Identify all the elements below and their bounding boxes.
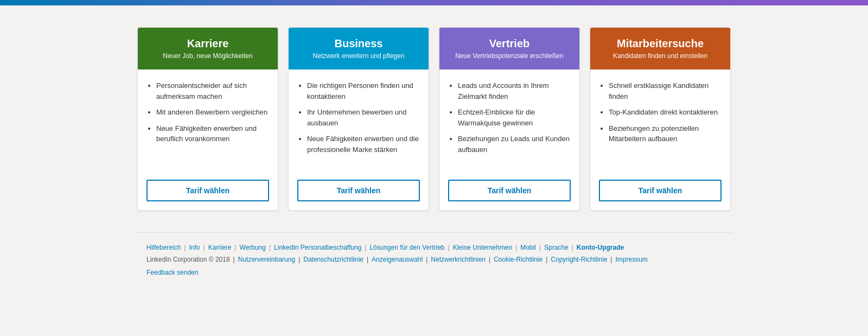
cards-container: KarriereNeuer Job, neue MöglichkeitenPer… [119, 27, 749, 211]
footer-separator: | [203, 244, 205, 251]
list-item: Beziehungen zu potenziellen Mitarbeitern… [609, 123, 722, 144]
list-item: Schnell erstklassige Kandidaten finden [609, 80, 722, 102]
footer-separator: | [546, 256, 547, 263]
footer-separator: | [269, 244, 271, 251]
footer-link2-cookie-richtlinie[interactable]: Cookie-Richtlinie [494, 256, 542, 263]
tarif-button-vertrieb[interactable]: Tarif wählen [448, 180, 571, 201]
footer-separator: | [539, 244, 541, 251]
card-body-mitarbeitersuche: Schnell erstklassige Kandidaten findenTo… [590, 69, 730, 171]
card-footer-karriere: Tarif wählen [138, 171, 278, 210]
footer-links-row1: Hilfebereich|Info|Karriere|Werbung|Linke… [146, 244, 722, 251]
footer-feedback: Feedback senden [146, 268, 722, 276]
footer-link2-impressum[interactable]: Impressum [615, 256, 647, 263]
footer-separator: | [448, 244, 450, 251]
card-subtitle-vertrieb: Neue Vertriebspotenziale erschließen [448, 52, 571, 60]
card-title-mitarbeitersuche: Mitarbeitersuche [599, 37, 722, 50]
card-subtitle-mitarbeitersuche: Kandidaten finden und einstellen [599, 52, 722, 60]
footer-link-karriere[interactable]: Karriere [208, 244, 232, 251]
list-item: Neue Fähigkeiten erwerben und beruflich … [156, 123, 269, 144]
card-vertrieb: VertriebNeue Vertriebspotenziale erschli… [439, 27, 580, 211]
main-content: KarriereNeuer Job, neue MöglichkeitenPer… [108, 27, 760, 211]
tarif-button-business[interactable]: Tarif wählen [297, 180, 420, 201]
top-banner [0, 0, 868, 5]
card-body-karriere: Personalentscheider auf sich aufmerksam … [138, 69, 278, 171]
card-body-business: Die richtigen Personen finden und kontak… [289, 69, 429, 171]
footer-link2-anzeigenauswahl[interactable]: Anzeigenauswahl [372, 256, 423, 263]
footer-separator: | [365, 244, 366, 251]
list-item: Beziehungen zu Leads und Kunden aufbauen [458, 134, 571, 155]
card-business: BusinessNetzwerk erweitern und pflegenDi… [288, 27, 429, 211]
card-title-karriere: Karriere [146, 37, 269, 50]
card-body-vertrieb: Leads und Accounts in Ihrem Zielmarkt fi… [439, 69, 579, 171]
card-title-vertrieb: Vertrieb [448, 37, 571, 50]
list-item: Leads und Accounts in Ihrem Zielmarkt fi… [458, 80, 571, 102]
list-item: Personalentscheider auf sich aufmerksam … [156, 80, 269, 102]
footer-link2-datenschutzrichtlinie[interactable]: Datenschutzrichtlinie [303, 256, 363, 263]
footer-link2-copyright-richtlinie[interactable]: Copyright-Richtlinie [551, 256, 607, 263]
card-footer-vertrieb: Tarif wählen [439, 171, 579, 210]
list-item: Neue Fähigkeiten erwerben und die profes… [307, 134, 420, 155]
list-item: Mit anderen Bewerbern vergleichen [156, 107, 269, 118]
footer-separator: | [426, 256, 427, 263]
footer-separator: | [234, 244, 236, 251]
footer-link-konto-upgrade[interactable]: Konto-Upgrade [577, 244, 624, 251]
footer-separator: | [184, 244, 186, 251]
footer-link-lösungen-für-den-vertrieb[interactable]: Lösungen für den Vertrieb [369, 244, 444, 251]
card-subtitle-business: Netzwerk erweitern und pflegen [297, 52, 420, 60]
tarif-button-mitarbeitersuche[interactable]: Tarif wählen [599, 180, 722, 201]
footer-link2-nutzervereinbarung[interactable]: Nutzervereinbarung [238, 256, 295, 263]
footer-link-sprache[interactable]: Sprache [544, 244, 569, 251]
list-item: Echtzeit-Einblicke für die Warmakquise g… [458, 107, 571, 128]
footer-links-row2: LinkedIn Corporation © 2018|Nutzerverein… [146, 256, 722, 263]
footer-link-hilfebereich[interactable]: Hilfebereich [146, 244, 181, 251]
footer-separator: | [298, 256, 300, 263]
footer-link-info[interactable]: Info [189, 244, 200, 251]
footer-link-linkedin-personalbeschaffung[interactable]: LinkedIn Personalbeschaffung [274, 244, 361, 251]
footer-link-kleine-unternehmen[interactable]: Kleine Unternehmen [453, 244, 512, 251]
footer: Hilfebereich|Info|Karriere|Werbung|Linke… [136, 232, 732, 293]
card-mitarbeitersuche: MitarbeitersucheKandidaten finden und ei… [590, 27, 731, 211]
footer-separator: | [489, 256, 490, 263]
card-header-karriere: KarriereNeuer Job, neue Möglichkeiten [138, 28, 278, 69]
card-header-business: BusinessNetzwerk erweitern und pflegen [289, 28, 429, 69]
tarif-button-karriere[interactable]: Tarif wählen [146, 180, 269, 201]
footer-separator: | [233, 256, 235, 263]
list-item: Die richtigen Personen finden und kontak… [307, 80, 420, 102]
footer-link-mobil[interactable]: Mobil [520, 244, 536, 251]
card-footer-mitarbeitersuche: Tarif wählen [590, 171, 730, 210]
footer-separator: | [572, 244, 573, 251]
card-title-business: Business [297, 37, 420, 50]
card-header-vertrieb: VertriebNeue Vertriebspotenziale erschli… [439, 28, 579, 69]
footer-link2-netzwerkrichtlinien[interactable]: Netzwerkrichtlinien [431, 256, 486, 263]
card-footer-business: Tarif wählen [289, 171, 429, 210]
footer-separator: | [367, 256, 368, 263]
footer-link-werbung[interactable]: Werbung [239, 244, 265, 251]
card-subtitle-karriere: Neuer Job, neue Möglichkeiten [146, 52, 269, 60]
card-karriere: KarriereNeuer Job, neue MöglichkeitenPer… [137, 27, 278, 211]
card-header-mitarbeitersuche: MitarbeitersucheKandidaten finden und ei… [590, 28, 730, 69]
footer-separator: | [610, 256, 612, 263]
list-item: Top-Kandidaten direkt kontaktieren [609, 107, 722, 118]
copyright: LinkedIn Corporation © 2018 [146, 256, 230, 263]
feedback-link[interactable]: Feedback senden [146, 269, 198, 276]
list-item: Ihr Unternehmen bewerben und ausbauen [307, 107, 420, 128]
footer-separator: | [515, 244, 517, 251]
